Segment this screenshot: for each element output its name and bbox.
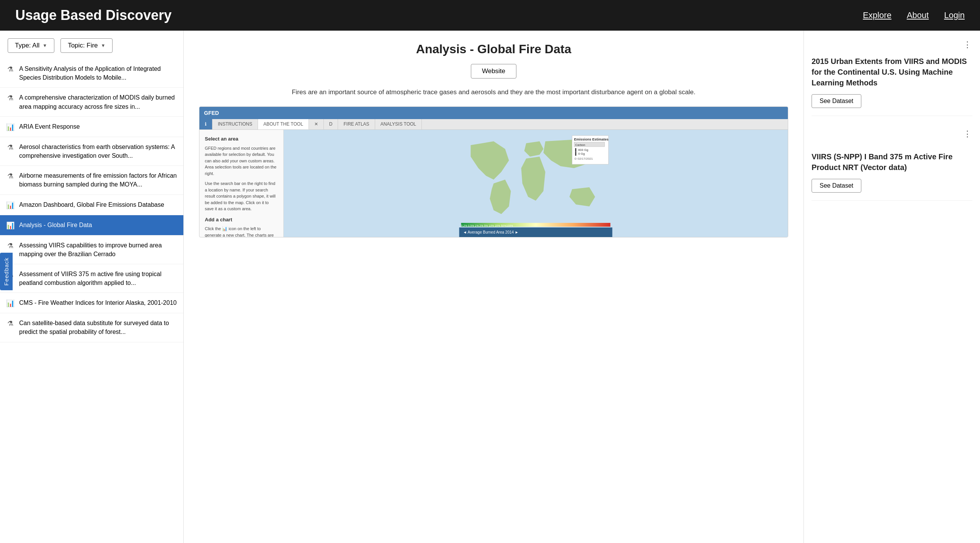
- svg-text:0.2% 0.5% 1%  2%  5% 10% 20% 5: 0.2% 0.5% 1% 2% 5% 10% 20% 50%100%: [461, 224, 513, 227]
- svg-text:▌ 833 Gg: ▌ 833 Gg: [575, 148, 588, 152]
- screenshot-sidebar-content: Select an area GFED regions and most cou…: [199, 130, 284, 237]
- sidebar-item-text: A Sensitivity Analysis of the Applicatio…: [19, 64, 177, 82]
- website-btn-container: Website: [199, 64, 788, 79]
- sidebar-item[interactable]: 📊ARIA Event Response: [0, 117, 183, 137]
- more-options-icon-2[interactable]: ⋮: [963, 129, 972, 139]
- flask-icon: ⚗: [6, 319, 15, 328]
- screenshot-tab-analysis: ANALYSIS TOOL: [375, 119, 422, 129]
- sidebar-item[interactable]: ⚗A comprehensive characterization of MOD…: [0, 88, 183, 116]
- detail-screenshot: GFED ℹ INSTRUCTIONS ABOUT THE TOOL ✕ D F…: [199, 106, 788, 237]
- screenshot-sidebar-text1: GFED regions and most countries are avai…: [205, 145, 278, 177]
- see-dataset-2-button[interactable]: See Dataset: [812, 179, 861, 193]
- flask-icon: ⚗: [6, 242, 15, 250]
- dataset-1-title: 2015 Urban Extents from VIIRS and MODIS …: [812, 56, 972, 88]
- feedback-button[interactable]: Feedback: [0, 253, 13, 290]
- sidebar-item-text: CMS - Fire Weather Indices for Interior …: [19, 298, 176, 307]
- sidebar-item[interactable]: ⚗Aerosol characteristics from earth obse…: [0, 137, 183, 166]
- svg-text:Emissions Estimates: Emissions Estimates: [574, 137, 609, 141]
- svg-text:▌ 0 Gg: ▌ 0 Gg: [575, 152, 585, 156]
- flask-icon: ⚗: [6, 65, 15, 74]
- sidebar-item[interactable]: ⚗Assessment of VIIRS 375 m active fire u…: [0, 264, 183, 293]
- right-panel-menu: ⋮: [812, 38, 972, 56]
- header-nav: Explore About Login: [863, 10, 965, 20]
- sidebar-item[interactable]: 📊Analysis - Global Fire Data: [0, 215, 183, 236]
- flask-icon: ⚗: [6, 94, 15, 102]
- dataset-2-title: VIIRS (S-NPP) I Band 375 m Active Fire P…: [812, 151, 972, 173]
- screenshot-tab-info: ℹ: [199, 119, 212, 129]
- sidebar-item-text: Assessing VIIRS capabilities to improve …: [19, 241, 177, 258]
- screenshot-sidebar-text3: Click the 📊 icon on the left to generate…: [205, 226, 278, 237]
- sidebar-list: ⚗A Sensitivity Analysis of the Applicati…: [0, 59, 183, 543]
- sidebar-item[interactable]: ⚗Airborne measurements of fire emission …: [0, 166, 183, 195]
- sidebar-item-text: Can satellite-based data substitute for …: [19, 319, 177, 336]
- topic-filter-label: Topic: Fire: [68, 42, 98, 49]
- detail-title: Analysis - Global Fire Data: [199, 42, 788, 56]
- dataset-card-1: 2015 Urban Extents from VIIRS and MODIS …: [812, 56, 972, 116]
- sidebar-item[interactable]: ⚗Assessing VIIRS capabilities to improve…: [0, 236, 183, 264]
- chart-bar-icon: 📊: [6, 123, 15, 131]
- screenshot-tab-fire-atlas: FIRE ATLAS: [338, 119, 375, 129]
- screenshot-tabs: ℹ INSTRUCTIONS ABOUT THE TOOL ✕ D FIRE A…: [199, 119, 788, 130]
- about-link[interactable]: About: [907, 10, 929, 20]
- sidebar-item-text: Aerosol characteristics from earth obser…: [19, 142, 177, 160]
- topic-filter-arrow: ▼: [101, 43, 106, 48]
- sidebar-item-text: Amazon Dashboard, Global Fire Emissions …: [19, 200, 164, 209]
- sidebar-item[interactable]: 📊CMS - Fire Weather Indices for Interior…: [0, 293, 183, 313]
- flask-icon: ⚗: [6, 143, 15, 152]
- screenshot-map: Emissions Estimates Carbon ▌ 833 Gg ▌ 0 …: [284, 130, 788, 237]
- right-panel: ⋮ 2015 Urban Extents from VIIRS and MODI…: [804, 31, 980, 543]
- more-options-icon[interactable]: ⋮: [963, 40, 972, 50]
- dataset-card-2: VIIRS (S-NPP) I Band 375 m Active Fire P…: [812, 151, 972, 201]
- header: Usage Based Discovery Explore About Logi…: [0, 0, 980, 31]
- sidebar: Type: All ▼ Topic: Fire ▼ ⚗A Sensitivity…: [0, 31, 184, 543]
- type-filter-arrow: ▼: [42, 43, 47, 48]
- screenshot-tab-close: ✕: [309, 119, 324, 129]
- flask-icon: ⚗: [6, 172, 15, 180]
- chart-bar-icon: 📊: [6, 299, 15, 307]
- sidebar-item-text: Analysis - Global Fire Data: [19, 221, 92, 229]
- sidebar-item-text: A comprehensive characterization of MODI…: [19, 93, 177, 111]
- screenshot-tab-about: ABOUT THE TOOL: [258, 119, 309, 129]
- screenshot-sidebar-heading2: Add a chart: [205, 216, 278, 224]
- type-filter-button[interactable]: Type: All ▼: [8, 38, 54, 53]
- screenshot-header: GFED: [199, 107, 788, 119]
- sidebar-item[interactable]: ⚗Can satellite-based data substitute for…: [0, 313, 183, 342]
- app-title: Usage Based Discovery: [15, 7, 172, 23]
- chart-bar-icon: 📊: [6, 221, 15, 230]
- screenshot-tab-d: D: [324, 119, 338, 129]
- screenshot-sidebar-heading1: Select an area: [205, 135, 278, 143]
- chart-bar-icon: 📊: [6, 201, 15, 209]
- filter-row: Type: All ▼ Topic: Fire ▼: [0, 31, 183, 59]
- sidebar-item-text: Airborne measurements of fire emission f…: [19, 171, 177, 189]
- svg-text:⊙ 02/17/2021: ⊙ 02/17/2021: [574, 157, 593, 160]
- see-dataset-1-button[interactable]: See Dataset: [812, 94, 861, 108]
- website-button[interactable]: Website: [471, 64, 516, 79]
- svg-text:◄ Average Burned Area 2014 ►: ◄ Average Burned Area 2014 ►: [463, 230, 519, 234]
- screenshot-logo: GFED: [204, 110, 219, 116]
- sidebar-item-text: Assessment of VIIRS 375 m active fire us…: [19, 270, 177, 287]
- topic-filter-button[interactable]: Topic: Fire ▼: [60, 38, 113, 53]
- main-container: Feedback Type: All ▼ Topic: Fire ▼ ⚗A Se…: [0, 31, 980, 543]
- sidebar-item-text: ARIA Event Response: [19, 122, 80, 131]
- map-svg: Emissions Estimates Carbon ▌ 833 Gg ▌ 0 …: [284, 130, 788, 237]
- sidebar-item[interactable]: ⚗A Sensitivity Analysis of the Applicati…: [0, 59, 183, 88]
- screenshot-sidebar-text2: Use the search bar on the right to find …: [205, 180, 278, 212]
- explore-link[interactable]: Explore: [863, 10, 892, 20]
- screenshot-tab-instructions: INSTRUCTIONS: [212, 119, 258, 129]
- detail-description: Fires are an important source of atmosph…: [199, 87, 788, 97]
- screenshot-body: Select an area GFED regions and most cou…: [199, 130, 788, 237]
- detail-panel: Analysis - Global Fire Data Website Fire…: [184, 31, 804, 543]
- svg-text:Carbon: Carbon: [575, 143, 585, 147]
- type-filter-label: Type: All: [15, 42, 39, 49]
- login-link[interactable]: Login: [944, 10, 965, 20]
- sidebar-item[interactable]: 📊Amazon Dashboard, Global Fire Emissions…: [0, 195, 183, 215]
